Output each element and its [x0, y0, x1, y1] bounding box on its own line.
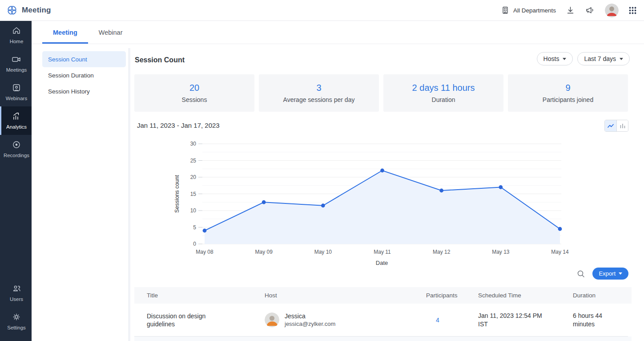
svg-text:25: 25 — [190, 158, 197, 164]
svg-text:Sessions count: Sessions count — [174, 175, 180, 213]
column-title: Title — [147, 292, 265, 299]
line-chart-toggle-icon[interactable] — [605, 120, 616, 131]
left-rail: Home Meetings Webinars Analytics — [0, 21, 32, 341]
next-row-strip — [134, 337, 632, 341]
stat-card-participants: 9 Participants joined — [508, 74, 628, 112]
tab-meeting[interactable]: Meeting — [42, 29, 88, 44]
stat-value: 9 — [565, 83, 570, 93]
svg-text:30: 30 — [190, 141, 197, 147]
column-participants: Participants — [426, 292, 478, 299]
tab-webinar[interactable]: Webinar — [88, 29, 133, 44]
stat-card-sessions: 20 Sessions — [134, 74, 254, 112]
host-email: jessica@zylker.com — [285, 320, 335, 328]
svg-text:0: 0 — [193, 241, 196, 247]
sidebar-item-analytics[interactable]: Analytics — [0, 106, 32, 135]
scheduled-time: Jan 11, 2023 12:54 PM IST — [478, 312, 551, 329]
hosts-filter-label: Hosts — [543, 55, 559, 62]
app-title: Meeting — [22, 6, 51, 15]
stat-value: 2 days 11 hours — [412, 83, 475, 93]
department-selector[interactable]: All Departments — [501, 6, 556, 15]
record-icon — [12, 140, 21, 150]
sessions-table: Title Host Participants Scheduled Time D… — [134, 287, 632, 336]
export-button-label: Export — [599, 270, 616, 277]
subnav-item-session-history[interactable]: Session History — [42, 83, 126, 99]
svg-text:20: 20 — [190, 174, 197, 180]
chart-date-range: Jan 11, 2023 - Jan 17, 2023 — [137, 122, 220, 129]
home-icon — [12, 26, 21, 37]
host-avatar — [265, 313, 279, 327]
sidebar-item-label: Settings — [7, 325, 26, 330]
sidebar-item-webinars[interactable]: Webinars — [0, 78, 32, 106]
page-title: Session Count — [135, 56, 185, 64]
department-label: All Departments — [513, 7, 556, 14]
sidebar-item-label: Webinars — [6, 96, 27, 101]
sidebar-item-label: Users — [10, 296, 23, 302]
gear-icon — [12, 312, 21, 323]
sidebar-item-settings[interactable]: Settings — [0, 307, 32, 341]
stats-cards: 20 Sessions 3 Average sessions per day 2… — [134, 74, 628, 112]
svg-text:May 11: May 11 — [374, 249, 391, 255]
sidebar-item-label: Analytics — [6, 124, 27, 130]
chevron-down-icon — [619, 272, 622, 275]
hosts-filter-dropdown[interactable]: Hosts — [537, 52, 573, 65]
sidebar-item-label: Home — [10, 39, 24, 44]
date-range-label: Last 7 days — [584, 55, 616, 62]
svg-text:May 13: May 13 — [492, 249, 510, 255]
stat-label: Average sessions per day — [283, 96, 355, 103]
zoho-meeting-logo-icon — [6, 4, 18, 16]
product-tabbar: Meeting Webinar — [32, 21, 644, 44]
sessions-line-chart: 051015202530May 08May 09May 10May 11May … — [134, 139, 632, 271]
table-row[interactable]: Discussion on design guidelines Jessica … — [134, 304, 632, 336]
chevron-down-icon — [620, 58, 623, 60]
table-header: Title Host Participants Scheduled Time D… — [134, 287, 632, 304]
svg-text:May 08: May 08 — [196, 249, 213, 255]
svg-text:May 14: May 14 — [551, 249, 569, 255]
column-duration: Duration — [573, 292, 632, 299]
svg-text:May 10: May 10 — [314, 249, 332, 255]
subnav-item-session-count[interactable]: Session Count — [42, 51, 126, 67]
svg-text:Date: Date — [376, 260, 388, 266]
stat-card-average-sessions: 3 Average sessions per day — [259, 74, 379, 112]
session-title: Discussion on design guidelines — [147, 312, 227, 328]
session-duration: 6 hours 44 minutes — [573, 312, 615, 329]
column-host: Host — [265, 292, 426, 299]
svg-text:5: 5 — [193, 224, 196, 231]
announcements-icon[interactable] — [585, 5, 595, 15]
video-camera-icon — [11, 54, 22, 65]
download-icon[interactable] — [566, 6, 575, 15]
analytics-chart-icon — [12, 111, 21, 122]
app-grid-icon[interactable] — [628, 6, 637, 15]
host-name: Jessica — [285, 312, 335, 320]
bar-chart-toggle-icon[interactable] — [616, 120, 628, 131]
rail-spacer — [0, 163, 32, 279]
stat-label: Sessions — [182, 96, 207, 103]
stat-label: Duration — [432, 96, 455, 103]
main-content: Session Count Hosts Last 7 days 20 Sessi… — [134, 50, 632, 341]
export-button[interactable]: Export — [592, 268, 628, 280]
sidebar-item-users[interactable]: Users — [0, 279, 32, 307]
host-cell: Jessica jessica@zylker.com — [265, 312, 426, 328]
sidebar-item-recordings[interactable]: Recordings — [0, 135, 32, 163]
date-range-dropdown[interactable]: Last 7 days — [577, 52, 630, 65]
svg-text:May 09: May 09 — [255, 249, 273, 255]
users-icon — [12, 284, 22, 294]
analytics-subnav: Session Count Session Duration Session H… — [42, 51, 126, 99]
sidebar-item-label: Recordings — [4, 153, 29, 158]
svg-text:10: 10 — [190, 207, 197, 214]
stat-value: 20 — [189, 83, 199, 93]
sidebar-item-meetings[interactable]: Meetings — [0, 49, 32, 78]
webinar-presenter-icon — [12, 83, 21, 93]
participants-count-link[interactable]: 4 — [426, 317, 439, 324]
column-scheduled-time: Scheduled Time — [478, 292, 573, 299]
svg-text:May 12: May 12 — [433, 249, 451, 255]
sidebar-item-home[interactable]: Home — [0, 21, 32, 49]
search-icon[interactable] — [576, 269, 585, 278]
topbar: Meeting All Departments — [0, 0, 644, 21]
svg-text:15: 15 — [190, 191, 197, 197]
stat-card-duration: 2 days 11 hours Duration — [383, 74, 503, 112]
chart-type-toggle — [604, 120, 628, 132]
subnav-item-session-duration[interactable]: Session Duration — [42, 67, 126, 83]
building-icon — [501, 6, 510, 15]
stat-label: Participants joined — [543, 96, 593, 103]
user-avatar[interactable] — [605, 4, 619, 17]
